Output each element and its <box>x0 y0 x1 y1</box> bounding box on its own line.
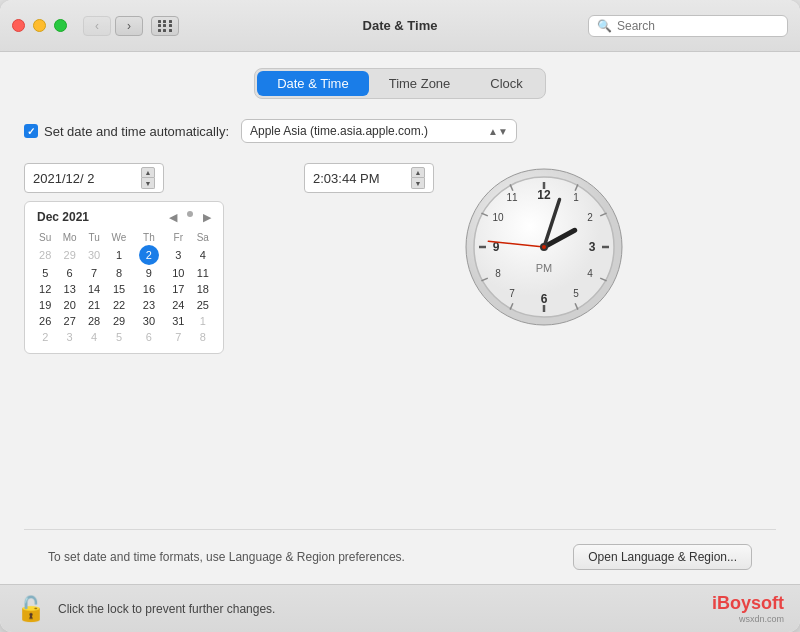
tabs-row: Date & Time Time Zone Clock <box>24 68 776 99</box>
calendar-prev-button[interactable]: ◀ <box>169 211 177 224</box>
calendar-grid: Su Mo Tu We Th Fr Sa 2829301234567891011… <box>33 230 215 345</box>
col-header-th: Th <box>132 230 166 245</box>
calendar-day[interactable]: 31 <box>166 313 190 329</box>
calendar-day[interactable]: 7 <box>82 265 106 281</box>
calendar-day[interactable]: 2 <box>33 329 57 345</box>
date-stepper[interactable]: ▲ ▼ <box>141 167 155 189</box>
calendar-day[interactable]: 18 <box>191 281 216 297</box>
back-button[interactable]: ‹ <box>83 16 111 36</box>
time-input[interactable]: 2:03:44 PM ▲ ▼ <box>304 163 434 193</box>
calendar-day[interactable]: 27 <box>57 313 81 329</box>
calendar-nav: ◀ ▶ <box>169 211 211 224</box>
calendar-day[interactable]: 5 <box>106 329 131 345</box>
grid-menu-button[interactable] <box>151 16 179 36</box>
calendar-day[interactable]: 2 <box>132 245 166 265</box>
calendar-day[interactable]: 28 <box>82 313 106 329</box>
svg-text:3: 3 <box>589 240 596 254</box>
date-value: 2021/12/ 2 <box>33 171 94 186</box>
calendar-day[interactable]: 1 <box>106 245 131 265</box>
calendar-day[interactable]: 14 <box>82 281 106 297</box>
settings-area: ✓ Set date and time automatically: Apple… <box>24 119 776 354</box>
tab-clock[interactable]: Clock <box>470 71 543 96</box>
calendar-day[interactable]: 28 <box>33 245 57 265</box>
calendar-day[interactable]: 6 <box>57 265 81 281</box>
calendar-day[interactable]: 15 <box>106 281 131 297</box>
date-input[interactable]: 2021/12/ 2 ▲ ▼ <box>24 163 164 193</box>
checkmark-icon: ✓ <box>27 126 35 137</box>
calendar-day[interactable]: 29 <box>57 245 81 265</box>
calendar: Dec 2021 ◀ ▶ Su Mo <box>24 201 224 354</box>
calendar-day[interactable]: 11 <box>191 265 216 281</box>
calendar-day[interactable]: 12 <box>33 281 57 297</box>
calendar-day[interactable]: 9 <box>132 265 166 281</box>
date-up-button[interactable]: ▲ <box>141 167 155 178</box>
minimize-button[interactable] <box>33 19 46 32</box>
server-name: Apple Asia (time.asia.apple.com.) <box>250 124 428 138</box>
lock-icon[interactable]: 🔓 <box>16 595 46 623</box>
open-language-region-button[interactable]: Open Language & Region... <box>573 544 752 570</box>
calendar-day[interactable]: 1 <box>191 313 216 329</box>
calendar-day[interactable]: 8 <box>106 265 131 281</box>
calendar-day[interactable]: 4 <box>191 245 216 265</box>
calendar-day[interactable]: 19 <box>33 297 57 313</box>
svg-text:8: 8 <box>495 268 501 279</box>
col-header-mo: Mo <box>57 230 81 245</box>
calendar-day[interactable]: 5 <box>33 265 57 281</box>
time-up-button[interactable]: ▲ <box>411 167 425 178</box>
calendar-day[interactable]: 7 <box>166 329 190 345</box>
calendar-day[interactable]: 30 <box>132 313 166 329</box>
calendar-day[interactable]: 23 <box>132 297 166 313</box>
time-down-button[interactable]: ▼ <box>411 178 425 189</box>
calendar-day[interactable]: 13 <box>57 281 81 297</box>
calendar-day[interactable]: 10 <box>166 265 190 281</box>
calendar-day[interactable]: 16 <box>132 281 166 297</box>
tab-time-zone[interactable]: Time Zone <box>369 71 471 96</box>
datetime-row: 2021/12/ 2 ▲ ▼ Dec 2021 ◀ ▶ <box>24 163 776 354</box>
calendar-day[interactable]: 3 <box>57 329 81 345</box>
calendar-day[interactable]: 21 <box>82 297 106 313</box>
svg-text:11: 11 <box>506 192 518 203</box>
calendar-day[interactable]: 26 <box>33 313 57 329</box>
traffic-lights <box>12 19 67 32</box>
svg-text:6: 6 <box>541 292 548 306</box>
svg-text:2: 2 <box>587 212 593 223</box>
svg-text:1: 1 <box>573 192 579 203</box>
calendar-month-year: Dec 2021 <box>37 210 89 224</box>
date-down-button[interactable]: ▼ <box>141 178 155 189</box>
tab-date-time[interactable]: Date & Time <box>257 71 369 96</box>
calendar-day[interactable]: 30 <box>82 245 106 265</box>
lock-text: Click the lock to prevent further change… <box>58 602 275 616</box>
auto-time-text: Set date and time automatically: <box>44 124 229 139</box>
calendar-day[interactable]: 25 <box>191 297 216 313</box>
search-box[interactable]: 🔍 <box>588 15 788 37</box>
calendar-day[interactable]: 24 <box>166 297 190 313</box>
window-title: Date & Time <box>363 18 438 33</box>
auto-time-label[interactable]: ✓ Set date and time automatically: <box>24 124 229 139</box>
calendar-day[interactable]: 22 <box>106 297 131 313</box>
auto-time-checkbox[interactable]: ✓ <box>24 124 38 138</box>
iboysoft-logo: iBoysoft <box>712 593 784 613</box>
calendar-day[interactable]: 3 <box>166 245 190 265</box>
time-stepper[interactable]: ▲ ▼ <box>411 167 425 189</box>
clock-display: 12 3 6 9 1 2 4 5 7 8 10 11 <box>464 167 624 327</box>
maximize-button[interactable] <box>54 19 67 32</box>
calendar-day[interactable]: 6 <box>132 329 166 345</box>
forward-button[interactable]: › <box>115 16 143 36</box>
close-button[interactable] <box>12 19 25 32</box>
calendar-day[interactable]: 8 <box>191 329 216 345</box>
calendar-day[interactable]: 29 <box>106 313 131 329</box>
svg-text:12: 12 <box>537 188 551 202</box>
calendar-day[interactable]: 20 <box>57 297 81 313</box>
time-value: 2:03:44 PM <box>313 171 380 186</box>
nav-buttons: ‹ › <box>83 16 143 36</box>
footer: 🔓 Click the lock to prevent further chan… <box>0 584 800 632</box>
calendar-day[interactable]: 4 <box>82 329 106 345</box>
search-input[interactable] <box>617 19 779 33</box>
time-clock-section: 2:03:44 PM ▲ ▼ <box>304 163 624 327</box>
server-dropdown[interactable]: Apple Asia (time.asia.apple.com.) ▲▼ <box>241 119 517 143</box>
search-icon: 🔍 <box>597 19 612 33</box>
calendar-day[interactable]: 17 <box>166 281 190 297</box>
calendar-next-button[interactable]: ▶ <box>203 211 211 224</box>
col-header-tu: Tu <box>82 230 106 245</box>
svg-text:5: 5 <box>573 288 579 299</box>
